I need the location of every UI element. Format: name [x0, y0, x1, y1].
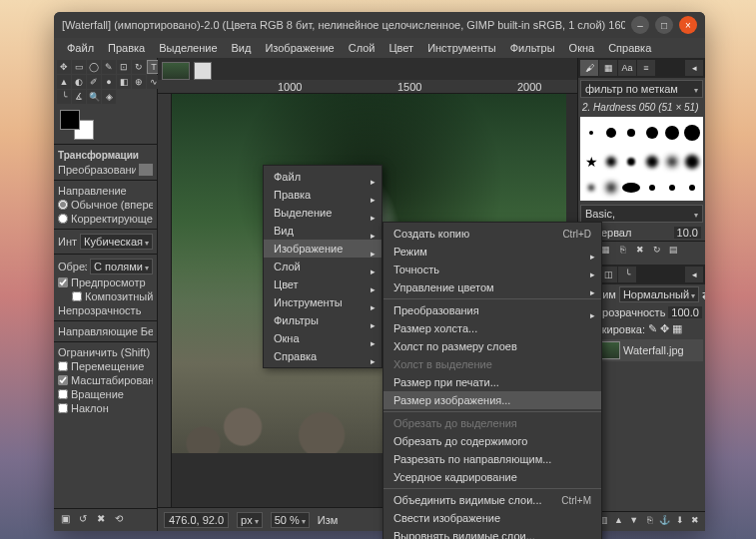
layers-dock-menu-icon[interactable]: ◂ — [685, 267, 703, 282]
brush-preview-grid[interactable]: ★ — [580, 117, 703, 201]
brush-preset-combo[interactable]: Basic, — [580, 205, 703, 223]
menu-item[interactable]: Цвет — [264, 275, 381, 293]
menu-edit[interactable]: Правка — [101, 40, 152, 56]
rotate-check[interactable] — [58, 389, 68, 399]
tool-clone-icon[interactable]: ⊕ — [132, 75, 146, 89]
layer-up-icon[interactable]: ▲ — [613, 515, 624, 528]
window-maximize-button[interactable]: □ — [655, 16, 673, 34]
menu-item[interactable]: Файл — [264, 168, 381, 186]
tool-measure-icon[interactable]: ∡ — [72, 90, 86, 104]
fonts-tab-icon[interactable]: Aa — [618, 60, 636, 76]
tool-free-select-icon[interactable]: ◯ — [87, 60, 101, 74]
tool-eraser-icon[interactable]: ◧ — [117, 75, 131, 89]
interval-value[interactable]: 10.0 — [674, 227, 701, 239]
direction-normal-radio[interactable] — [58, 200, 68, 210]
brush-open-icon[interactable]: ▤ — [667, 245, 680, 258]
menu-item[interactable]: Инструменты — [264, 293, 381, 311]
interp-combo[interactable]: Кубическая — [80, 234, 153, 250]
tool-gradient-icon[interactable]: ◐ — [72, 75, 86, 89]
scale-check[interactable] — [58, 375, 68, 385]
status-zoom-combo[interactable]: 50 % — [271, 512, 310, 528]
reset-preset-icon[interactable]: ⟲ — [112, 513, 126, 527]
menu-item[interactable]: Выделение — [264, 204, 381, 222]
menu-image[interactable]: Изображение — [258, 40, 341, 56]
menu-item[interactable]: Управление цветом — [383, 278, 601, 296]
menu-item[interactable]: Режим — [383, 243, 601, 261]
tool-bucket-icon[interactable]: ▲ — [57, 75, 71, 89]
fg-color-swatch[interactable] — [60, 110, 80, 130]
shear-check[interactable] — [58, 403, 68, 413]
color-swatches[interactable] — [60, 110, 94, 140]
delete-preset-icon[interactable]: ✖ — [94, 513, 108, 527]
menu-layer[interactable]: Слой — [342, 40, 382, 56]
preview-check[interactable] — [58, 277, 68, 287]
restore-preset-icon[interactable]: ↺ — [76, 513, 90, 527]
window-minimize-button[interactable]: – — [631, 16, 649, 34]
menu-item[interactable]: Холст по размеру слоев — [383, 337, 601, 355]
layer-opacity-value[interactable]: 100.0 — [668, 306, 702, 318]
menu-select[interactable]: Выделение — [152, 40, 224, 56]
tool-move-icon[interactable]: ✥ — [57, 60, 71, 74]
menu-item[interactable]: Объединить видимые слои...Ctrl+M — [383, 491, 601, 509]
menu-view[interactable]: Вид — [225, 40, 259, 56]
brush-refresh-icon[interactable]: ↻ — [650, 245, 663, 258]
tool-color-picker-icon[interactable]: ◈ — [102, 90, 116, 104]
menu-windows[interactable]: Окна — [562, 40, 602, 56]
menu-item[interactable]: Обрезать до выделения — [383, 414, 601, 432]
layer-merge-icon[interactable]: ⬇ — [674, 515, 685, 528]
mode-switch-icon[interactable]: ⇄ — [702, 288, 705, 301]
tool-fuzzy-select-icon[interactable]: ✎ — [102, 60, 116, 74]
paths-tab-icon[interactable]: ╰ — [618, 267, 636, 282]
brush-del-icon[interactable]: ✖ — [633, 245, 646, 258]
menu-item[interactable]: Вид — [264, 222, 381, 240]
move-check[interactable] — [58, 361, 68, 371]
layer-del-icon[interactable]: ✖ — [690, 515, 701, 528]
image-tab-2[interactable] — [194, 62, 212, 80]
clip-combo[interactable]: С полями — [90, 259, 153, 274]
lock-alpha-icon[interactable]: ▦ — [672, 322, 682, 335]
lock-position-icon[interactable]: ✥ — [660, 322, 669, 335]
menu-item[interactable]: Холст в выделение — [383, 355, 601, 373]
menu-item[interactable]: Правка — [264, 186, 381, 204]
lock-pixels-icon[interactable]: ✎ — [648, 322, 657, 335]
layer-down-icon[interactable]: ▼ — [628, 515, 639, 528]
menu-item[interactable]: Усердное кадрирование — [383, 468, 601, 486]
menu-filters[interactable]: Фильтры — [503, 40, 562, 56]
dock-menu-icon[interactable]: ◂ — [685, 60, 703, 76]
menu-item[interactable]: Фильтры — [264, 311, 381, 329]
brushes-tab-icon[interactable]: 🖌 — [580, 60, 598, 76]
tool-path-icon[interactable]: ╰ — [57, 90, 71, 104]
menu-item[interactable]: Обрезать до содержимого — [383, 432, 601, 450]
layer-dup-icon[interactable]: ⎘ — [644, 515, 655, 528]
transform-layer-icon[interactable] — [139, 164, 153, 176]
menu-item[interactable]: Размер изображения... — [383, 391, 601, 409]
menu-item[interactable]: Слой — [264, 258, 381, 275]
menu-item[interactable]: Окна — [264, 329, 381, 347]
brush-dup-icon[interactable]: ⎘ — [616, 245, 629, 258]
window-close-button[interactable]: × — [679, 16, 697, 34]
menu-item[interactable]: Точность — [383, 261, 601, 278]
tool-rotate-icon[interactable]: ↻ — [132, 60, 146, 74]
save-preset-icon[interactable]: ▣ — [58, 513, 72, 527]
menu-item[interactable]: Создать копиюCtrl+D — [383, 225, 601, 243]
status-unit-combo[interactable]: px — [237, 512, 263, 528]
tool-brush-icon[interactable]: ● — [102, 75, 116, 89]
menu-item[interactable]: Разрезать по направляющим... — [383, 450, 601, 468]
patterns-tab-icon[interactable]: ▦ — [599, 60, 617, 76]
menu-item[interactable]: Размер холста... — [383, 319, 601, 337]
composite-check[interactable] — [72, 291, 82, 301]
layer-name-label[interactable]: Waterfall.jpg — [623, 344, 684, 356]
menu-item[interactable]: Свести изображение — [383, 509, 601, 527]
brush-filter-combo[interactable]: фильтр по меткам — [580, 80, 703, 98]
history-tab-icon[interactable]: ≡ — [637, 60, 655, 76]
tool-rect-select-icon[interactable]: ▭ — [72, 60, 86, 74]
menu-file[interactable]: Файл — [60, 40, 101, 56]
menu-item[interactable]: Изображение — [264, 240, 381, 258]
tool-pencil-icon[interactable]: ✐ — [87, 75, 101, 89]
menu-item[interactable]: Выровнять видимые слои... — [383, 527, 601, 539]
menu-item[interactable]: Справка — [264, 347, 381, 365]
layer-mode-combo[interactable]: Нормальный — [619, 286, 699, 302]
menu-item[interactable]: Преобразования — [383, 301, 601, 319]
tool-zoom-icon[interactable]: 🔍 — [87, 90, 101, 104]
layer-anchor-icon[interactable]: ⚓ — [659, 515, 670, 528]
